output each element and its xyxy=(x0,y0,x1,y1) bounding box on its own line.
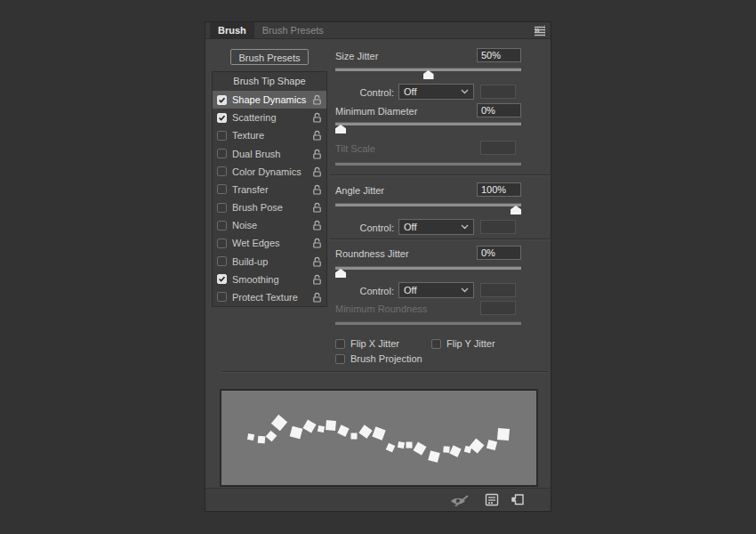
item-label: Wet Edges xyxy=(232,238,280,248)
preview-square xyxy=(290,426,303,440)
list-item-shape-dynamics[interactable]: Shape Dynamics xyxy=(213,91,326,109)
preview-square xyxy=(326,420,336,431)
unlock-icon[interactable] xyxy=(312,166,322,177)
tilt-scale-field xyxy=(480,141,516,155)
preview-square xyxy=(358,425,372,438)
new-brush-icon[interactable] xyxy=(511,493,525,506)
angle-control-amount-field xyxy=(480,220,516,234)
slider-thumb[interactable] xyxy=(335,125,346,134)
list-item-scattering[interactable]: Scattering xyxy=(213,109,326,126)
preview-square xyxy=(449,445,461,457)
item-label: Build-up xyxy=(232,256,268,267)
item-checkbox[interactable] xyxy=(217,256,227,266)
item-checkbox[interactable] xyxy=(217,274,227,284)
list-item-transfer[interactable]: Transfer xyxy=(213,181,326,198)
angle-jitter-label: Angle Jitter xyxy=(335,185,384,196)
slider-thumb[interactable] xyxy=(335,269,346,278)
item-checkbox[interactable] xyxy=(217,149,227,158)
panel-menu-icon[interactable] xyxy=(534,25,546,36)
list-item-color-dynamics[interactable]: Color Dynamics xyxy=(213,163,326,181)
item-label: Smoothing xyxy=(232,274,279,285)
angle-control-label: Control: xyxy=(336,222,394,233)
unlock-icon[interactable] xyxy=(312,149,322,159)
tilt-scale-slider xyxy=(335,162,521,174)
brush-panel: Brush Brush Presets » Brush Presets Brus… xyxy=(205,22,551,511)
slider-thumb[interactable] xyxy=(511,206,521,214)
list-item-smoothing[interactable]: Smoothing xyxy=(213,271,326,288)
tab-brush[interactable]: Brush xyxy=(210,22,254,38)
item-checkbox[interactable] xyxy=(217,203,227,213)
roundness-control-dropdown[interactable]: Off xyxy=(398,282,474,298)
size-control-label: Control: xyxy=(336,87,394,98)
preview-square xyxy=(413,441,426,455)
roundness-jitter-label: Roundness Jitter xyxy=(335,248,409,259)
live-tip-preview-icon[interactable] xyxy=(448,494,477,507)
roundness-jitter-slider[interactable] xyxy=(335,266,521,279)
preview-square xyxy=(398,441,405,449)
size-control-dropdown[interactable]: Off xyxy=(398,84,474,100)
unlock-icon[interactable] xyxy=(312,238,322,248)
item-checkbox[interactable] xyxy=(217,239,227,248)
unlock-icon[interactable] xyxy=(312,184,322,195)
minimum-diameter-label: Minimum Diameter xyxy=(335,106,417,117)
flip-x-jitter-label: Flip X Jitter xyxy=(350,338,399,349)
item-label: Scattering xyxy=(232,112,277,123)
list-item-brush-tip-shape[interactable]: Brush Tip Shape xyxy=(213,72,326,91)
flip-x-jitter-checkbox[interactable] xyxy=(335,339,345,349)
unlock-icon[interactable] xyxy=(312,256,322,267)
chevron-down-icon xyxy=(461,89,469,94)
preview-square xyxy=(372,426,385,440)
flip-y-jitter-checkbox[interactable] xyxy=(431,339,441,349)
angle-jitter-field[interactable]: 100% xyxy=(477,182,521,197)
list-item-build-up[interactable]: Build-up xyxy=(213,253,326,271)
item-label: Texture xyxy=(232,130,264,141)
size-jitter-slider[interactable] xyxy=(335,68,521,80)
list-item-protect-texture[interactable]: Protect Texture xyxy=(213,288,326,306)
preview-square xyxy=(271,415,287,431)
slider-thumb[interactable] xyxy=(423,70,434,79)
unlock-icon[interactable] xyxy=(312,94,322,105)
item-checkbox[interactable] xyxy=(217,184,227,194)
unlock-icon[interactable] xyxy=(312,112,322,123)
unlock-icon[interactable] xyxy=(312,130,322,141)
section-divider xyxy=(330,239,550,239)
roundness-control-amount-field xyxy=(480,283,516,297)
angle-jitter-slider[interactable] xyxy=(335,203,521,215)
minimum-roundness-slider xyxy=(335,321,521,334)
list-item-noise[interactable]: Noise xyxy=(213,216,326,234)
list-item-wet-edges[interactable]: Wet Edges xyxy=(213,234,326,252)
size-jitter-label: Size Jitter xyxy=(335,51,378,61)
item-checkbox[interactable] xyxy=(217,221,227,231)
tilt-scale-label: Tilt Scale xyxy=(335,143,375,154)
size-jitter-field[interactable]: 50% xyxy=(477,48,521,62)
minimum-diameter-slider[interactable] xyxy=(335,122,521,134)
list-item-brush-pose[interactable]: Brush Pose xyxy=(213,198,326,216)
item-checkbox[interactable] xyxy=(217,292,227,302)
list-item-texture[interactable]: Texture xyxy=(213,126,326,144)
item-label: Dual Brush xyxy=(232,149,280,159)
item-label: Shape Dynamics xyxy=(232,94,306,105)
tab-brush-presets[interactable]: Brush Presets xyxy=(254,22,332,38)
brush-projection-checkbox[interactable] xyxy=(335,354,345,364)
roundness-control-label: Control: xyxy=(336,286,394,296)
chevron-down-icon xyxy=(461,224,469,230)
roundness-jitter-field[interactable]: 0% xyxy=(477,246,521,260)
angle-control-dropdown[interactable]: Off xyxy=(398,219,474,235)
chevron-down-icon xyxy=(461,287,469,293)
minimum-diameter-field[interactable]: 0% xyxy=(477,103,521,117)
section-divider xyxy=(330,174,550,175)
brush-projection-label: Brush Projection xyxy=(350,353,422,364)
brush-presets-button[interactable]: Brush Presets xyxy=(230,49,309,65)
item-checkbox[interactable] xyxy=(217,95,227,105)
unlock-icon[interactable] xyxy=(312,292,322,303)
item-checkbox[interactable] xyxy=(217,113,227,123)
preview-square xyxy=(406,442,413,449)
unlock-icon[interactable] xyxy=(312,220,322,231)
list-item-dual-brush[interactable]: Dual Brush xyxy=(213,145,326,163)
item-checkbox[interactable] xyxy=(217,131,227,141)
item-checkbox[interactable] xyxy=(217,166,227,176)
preview-square xyxy=(386,443,396,453)
unlock-icon[interactable] xyxy=(312,274,322,285)
unlock-icon[interactable] xyxy=(312,202,322,213)
preset-manager-icon[interactable] xyxy=(485,493,499,506)
